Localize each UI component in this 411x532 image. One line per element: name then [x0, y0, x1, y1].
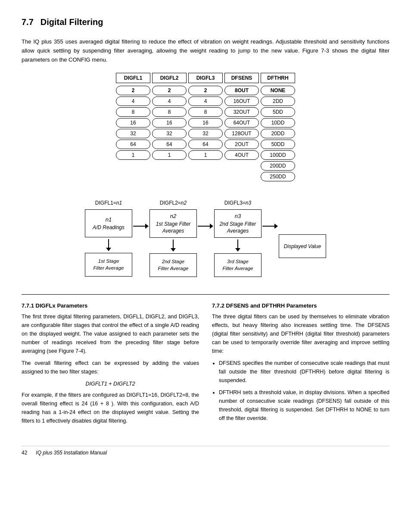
subsection2-heading: DFSENS and DFTHRH Parameters: [226, 302, 317, 309]
config-cell-1-1[interactable]: 4: [152, 96, 187, 106]
subsection1-para1: The first three digital filtering parame…: [22, 312, 199, 355]
config-cell-2-5[interactable]: 64: [188, 140, 223, 149]
bullet-item-0: DFSENS specifies the number of consecuti…: [219, 359, 389, 385]
config-cell-3-2[interactable]: 32OUT: [224, 107, 259, 117]
config-cell-3-6[interactable]: 4OUT: [224, 150, 259, 160]
config-cell-4-0[interactable]: NONE: [261, 86, 295, 95]
config-cell-4-7[interactable]: 200DD: [261, 161, 295, 171]
config-col-digfl2: DIGFL22481632641: [152, 73, 187, 161]
config-col-dfthrh: DFTHRHNONE2DD5DD10DD20DD50DD100DD200DD25…: [261, 73, 295, 183]
config-cell-4-1[interactable]: 2DD: [261, 96, 295, 106]
config-cell-0-1[interactable]: 4: [116, 96, 150, 106]
subsection-digflx: 7.7.1 DIGFLx Parameters The first three …: [22, 302, 199, 429]
flow-stage-box-1: 2nd StageFilter Average: [149, 253, 197, 277]
subsection2-number: 7.7.2: [212, 302, 224, 309]
subsection1-title: 7.7.1 DIGFLx Parameters: [22, 302, 199, 309]
footer-page-number: 42: [22, 450, 27, 456]
config-cell-2-3[interactable]: 16: [188, 118, 223, 128]
displayed-value-box: Displayed Value: [279, 234, 326, 258]
subsection2-title: 7.7.2 DFSENS and DFTHRH Parameters: [212, 302, 389, 309]
flow-stage-box-0: 1st StageFilter Average: [85, 253, 132, 277]
config-col-header-4: DFTHRH: [261, 73, 295, 83]
flow-group-label-1: DIGFL2=n2: [160, 200, 187, 206]
config-table-wrapper: DIGFL12481632641DIGFL22481632641DIGFL324…: [22, 73, 389, 183]
subsection1-heading: DIGFLx Parameters: [36, 302, 88, 309]
bullet-item-1: DFTHRH sets a threshold value, in displa…: [219, 388, 389, 423]
config-cell-0-4[interactable]: 32: [116, 129, 150, 138]
config-cell-1-6[interactable]: 1: [152, 150, 187, 160]
flow-group-label-2: DIGFL3=n3: [224, 200, 251, 206]
flow-group-0: DIGFL1=n1n1A/D Readings1st StageFilter A…: [85, 200, 132, 277]
config-cell-4-3[interactable]: 10DD: [261, 118, 295, 128]
config-cell-3-0[interactable]: 8OUT: [224, 86, 259, 95]
config-cell-1-3[interactable]: 16: [152, 118, 187, 128]
config-cell-0-3[interactable]: 16: [116, 118, 150, 128]
flow-top-box-0: n1A/D Readings: [85, 209, 132, 237]
config-col-dfsens: DFSENS8OUT16OUT32OUT64OUT128OUT2OUT4OUT: [224, 73, 259, 161]
section-number: 7.7: [22, 17, 34, 27]
flow-top-box-2: n32nd Stage Filter Averages: [214, 209, 262, 238]
flow-group-label-0: DIGFL1=n1: [95, 200, 122, 206]
config-cell-3-5[interactable]: 2OUT: [224, 140, 259, 149]
flow-group-2: DIGFL3=n3n32nd Stage Filter Averages3rd …: [214, 200, 262, 277]
config-cell-0-6[interactable]: 1: [116, 150, 150, 160]
down-arrow-0: [106, 239, 111, 251]
flow-stage-box-2: 3rd StageFilter Average: [214, 253, 262, 277]
config-cell-4-8[interactable]: 250DD: [261, 172, 295, 181]
subsection2-intro: The three digital filters can be used by…: [212, 312, 389, 355]
subsection1-number: 7.7.1: [22, 302, 34, 309]
section-title: 7.7 Digital Filtering: [22, 17, 389, 32]
subsection1-para3: For example, if the filters are configur…: [22, 391, 199, 425]
config-cell-2-4[interactable]: 32: [188, 129, 223, 138]
config-cell-3-3[interactable]: 64OUT: [224, 118, 259, 128]
two-column-sections: 7.7.1 DIGFLx Parameters The first three …: [22, 302, 389, 429]
right-arrow-1: [133, 224, 149, 229]
flow-diagram: DIGFL1=n1n1A/D Readings1st StageFilter A…: [22, 196, 389, 281]
config-cell-2-0[interactable]: 2: [188, 86, 223, 95]
section-heading: Digital Filtering: [40, 17, 103, 27]
config-col-header-1: DIGFL2: [152, 73, 187, 83]
flow-top-box-1: n21st Stage Filter Averages: [149, 209, 197, 238]
config-cell-1-0[interactable]: 2: [152, 86, 187, 95]
config-cell-3-1[interactable]: 16OUT: [224, 96, 259, 106]
config-cell-1-4[interactable]: 32: [152, 129, 187, 138]
config-col-header-2: DIGFL3: [188, 73, 223, 83]
config-cell-0-0[interactable]: 2: [116, 86, 150, 95]
config-cell-0-5[interactable]: 64: [116, 140, 150, 149]
config-cell-2-2[interactable]: 8: [188, 107, 223, 117]
config-cell-4-4[interactable]: 20DD: [261, 129, 295, 138]
final-right-arrow: [262, 224, 278, 229]
down-arrow-1: [171, 240, 176, 252]
footer-doc-title: IQ plus 355 Installation Manual: [36, 450, 107, 456]
right-arrow-2: [198, 224, 213, 229]
down-arrow-2: [235, 240, 240, 252]
subsection-dfsens: 7.7.2 DFSENS and DFTHRH Parameters The t…: [212, 302, 389, 429]
subsection1-para2: The overall filtering effect can be expr…: [22, 359, 199, 376]
config-col-header-0: DIGFL1: [116, 73, 150, 83]
config-cell-2-1[interactable]: 4: [188, 96, 223, 106]
config-cell-2-6[interactable]: 1: [188, 150, 223, 160]
flow-group-1: DIGFL2=n2n21st Stage Filter Averages2nd …: [149, 200, 197, 277]
subsection2-bullets: DFSENS specifies the number of consecuti…: [219, 359, 389, 423]
config-col-digfl3: DIGFL32481632641: [188, 73, 223, 161]
config-cell-3-4[interactable]: 128OUT: [224, 129, 259, 138]
config-cell-4-2[interactable]: 5DD: [261, 107, 295, 117]
config-cell-0-2[interactable]: 8: [116, 107, 150, 117]
intro-paragraph: The IQ plus 355 uses averaged digital fi…: [22, 37, 389, 64]
config-cell-1-5[interactable]: 64: [152, 140, 187, 149]
page-footer: 42 IQ plus 355 Installation Manual: [22, 446, 389, 456]
config-col-digfl1: DIGFL12481632641: [116, 73, 150, 161]
config-col-header-3: DFSENS: [224, 73, 259, 83]
section-divider: [22, 294, 389, 295]
config-cell-1-2[interactable]: 8: [152, 107, 187, 117]
config-cell-4-6[interactable]: 100DD: [261, 150, 295, 160]
config-cell-4-5[interactable]: 50DD: [261, 140, 295, 149]
subsection1-formula: DIGFLT1 + DIGFLT2: [22, 380, 199, 388]
config-table: DIGFL12481632641DIGFL22481632641DIGFL324…: [116, 73, 295, 183]
